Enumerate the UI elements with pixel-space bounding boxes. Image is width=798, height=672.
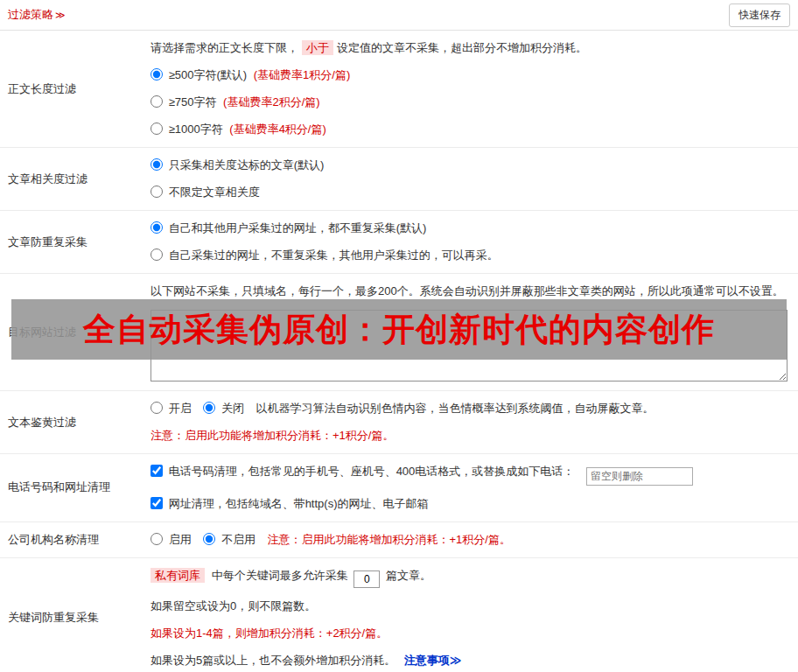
relevance-radio-any[interactable]	[150, 186, 163, 198]
notice-link[interactable]: 注意事项≫	[404, 654, 462, 667]
phone-url-clean-label: 电话号码和网址清理	[0, 454, 150, 522]
length-radio-500[interactable]	[150, 68, 163, 80]
length-option-750-note: (基础费率2积分/篇)	[223, 95, 320, 108]
length-filter-intro: 请选择需求的正文长度下限，小于设定值的文章不采集，超出部分不增加积分消耗。	[150, 39, 788, 57]
target-site-filter-label: 目标网站过滤	[0, 274, 150, 390]
keyword-limit-mid: 中每个关键词最多允许采集	[212, 569, 348, 582]
company-clean-note: 注意：启用此功能将增加积分消耗：+1积分/篇。	[268, 533, 511, 546]
row-target-site-filter: 目标网站过滤 以下网站不采集，只填域名，每行一个，最多200个。系统会自动识别并…	[0, 274, 798, 391]
target-site-description: 以下网站不采集，只填域名，每行一个，最多200个。系统会自动识别并屏蔽那些非文章…	[150, 283, 788, 300]
company-option-off-label: 不启用	[221, 533, 256, 546]
keyword-note-five-text: 如果设为5篇或以上，也不会额外增加积分消耗。	[150, 654, 396, 667]
dedup-option-global[interactable]: 自己和其他用户采集过的网址，都不重复采集(默认)	[150, 220, 788, 237]
company-radio-off[interactable]	[203, 533, 215, 545]
row-dedup-filter: 文章防重复采集 自己和其他用户采集过的网址，都不重复采集(默认) 自己采集过的网…	[0, 211, 798, 274]
filter-strategy-page: 过滤策略≫ 快速保存 正文长度过滤 请选择需求的正文长度下限，小于设定值的文章不…	[0, 0, 798, 672]
url-clean-line: 网址清理，包括纯域名、带http(s)的网址、电子邮箱	[150, 495, 788, 513]
porn-filter-label: 文本鉴黄过滤	[0, 391, 150, 453]
row-company-clean: 公司机构名称清理 启用 不启用 注意：启用此功能将增加积分消耗：+1积分/篇。	[0, 522, 798, 558]
url-clean-text: 网址清理，包括纯域名、带http(s)的网址、电子邮箱	[169, 497, 429, 510]
length-intro-post: 设定值的文章不采集，超出部分不增加积分消耗。	[337, 41, 587, 54]
chevron-down-icon: ≫	[55, 10, 66, 20]
company-option-off[interactable]: 不启用	[203, 533, 258, 546]
quick-save-button[interactable]: 快速保存	[729, 4, 790, 27]
top-bar: 过滤策略≫ 快速保存	[0, 0, 798, 31]
keyword-note-zero: 如果留空或设为0，则不限篇数。	[150, 598, 788, 615]
private-lexicon-highlight: 私有词库	[150, 568, 205, 583]
url-clean-option[interactable]: 网址清理，包括纯域名、带http(s)的网址、电子邮箱	[150, 497, 428, 510]
relevance-option-strict[interactable]: 只采集相关度达标的文章(默认)	[150, 157, 788, 174]
url-clean-checkbox[interactable]	[150, 497, 163, 509]
company-radio-on[interactable]	[150, 533, 163, 545]
replacement-phone-input[interactable]	[586, 467, 693, 486]
relevance-option-strict-label: 只采集相关度达标的文章(默认)	[169, 158, 325, 172]
length-option-500[interactable]: ≥500字符(默认) (基础费率1积分/篇)	[150, 66, 788, 84]
row-phone-url-clean: 电话号码和网址清理 电话号码清理，包括常见的手机号、座机号、400电话格式，或替…	[0, 454, 798, 522]
relevance-option-any-label: 不限定文章相关度	[169, 186, 260, 199]
company-option-on-label: 启用	[169, 533, 192, 546]
company-clean-options: 启用 不启用 注意：启用此功能将增加积分消耗：+1积分/篇。	[150, 531, 788, 549]
relevance-option-any[interactable]: 不限定文章相关度	[150, 184, 788, 201]
porn-option-on[interactable]: 开启	[150, 402, 194, 415]
company-option-on[interactable]: 启用	[150, 533, 194, 546]
row-relevance-filter: 文章相关度过滤 只采集相关度达标的文章(默认) 不限定文章相关度	[0, 148, 798, 211]
porn-filter-note: 注意：启用此功能将增加积分消耗：+1积分/篇。	[150, 427, 788, 444]
length-option-1000[interactable]: ≥1000字符 (基础费率4积分/篇)	[150, 121, 788, 138]
dedup-option-global-label: 自己和其他用户采集过的网址，都不重复采集(默认)	[169, 221, 427, 234]
dedup-filter-label: 文章防重复采集	[0, 211, 150, 273]
page-title-text: 过滤策略	[8, 8, 53, 21]
phone-clean-checkbox[interactable]	[150, 465, 163, 477]
keyword-note-cost: 如果设为1-4篇，则增加积分消耗：+2积分/篇。	[150, 625, 788, 642]
porn-option-on-label: 开启	[169, 402, 192, 415]
row-porn-filter: 文本鉴黄过滤 开启 关闭 以机器学习算法自动识别色情内容，当色情概率达到系统阈值…	[0, 391, 798, 454]
page-title[interactable]: 过滤策略≫	[8, 7, 66, 23]
row-keyword-dedup: 关键词防重复采集 私有词库 中每个关键词最多允许采集 篇文章。 如果留空或设为0…	[0, 558, 798, 672]
dedup-radio-global[interactable]	[150, 221, 163, 234]
length-radio-750[interactable]	[150, 95, 163, 108]
length-option-1000-note: (基础费率4积分/篇)	[229, 122, 326, 136]
porn-radio-on[interactable]	[150, 402, 163, 414]
row-length-filter: 正文长度过滤 请选择需求的正文长度下限，小于设定值的文章不采集，超出部分不增加积…	[0, 31, 798, 148]
length-filter-label: 正文长度过滤	[0, 31, 150, 147]
blocked-sites-textarea[interactable]	[150, 310, 788, 382]
keyword-limit-post: 篇文章。	[386, 569, 431, 582]
length-radio-1000[interactable]	[150, 122, 163, 135]
keyword-note-five: 如果设为5篇或以上，也不会额外增加积分消耗。 注意事项≫	[150, 652, 788, 669]
phone-clean-line: 电话号码清理，包括常见的手机号、座机号、400电话格式，或替换成如下电话：	[150, 463, 788, 486]
dedup-option-self-label: 自己采集过的网址，不重复采集，其他用户采集过的，可以再采。	[169, 248, 499, 262]
phone-clean-text: 电话号码清理，包括常见的手机号、座机号、400电话格式，或替换成如下电话：	[169, 465, 575, 478]
relevance-radio-strict[interactable]	[150, 158, 163, 171]
length-intro-highlight: 小于	[302, 40, 333, 55]
keyword-count-input[interactable]	[354, 570, 380, 588]
length-option-750-label: ≥750字符	[169, 95, 217, 108]
length-option-500-label: ≥500字符(默认)	[169, 68, 247, 81]
length-option-500-note: (基础费率1积分/篇)	[254, 68, 351, 81]
length-intro-pre: 请选择需求的正文长度下限，	[150, 41, 298, 54]
keyword-limit-line: 私有词库 中每个关键词最多允许采集 篇文章。	[150, 567, 788, 588]
length-option-750[interactable]: ≥750字符 (基础费率2积分/篇)	[150, 94, 788, 111]
porn-filter-description: 以机器学习算法自动识别色情内容，当色情概率达到系统阈值，自动屏蔽文章。	[256, 402, 654, 415]
length-option-1000-label: ≥1000字符	[169, 122, 223, 136]
company-clean-label: 公司机构名称清理	[0, 522, 150, 557]
porn-radio-off[interactable]	[203, 402, 215, 414]
porn-filter-options: 开启 关闭 以机器学习算法自动识别色情内容，当色情概率达到系统阈值，自动屏蔽文章…	[150, 400, 788, 417]
porn-option-off-label: 关闭	[221, 402, 244, 415]
porn-option-off[interactable]: 关闭	[203, 402, 247, 415]
relevance-filter-label: 文章相关度过滤	[0, 148, 150, 210]
dedup-radio-self[interactable]	[150, 248, 163, 261]
keyword-dedup-label: 关键词防重复采集	[0, 558, 150, 672]
phone-clean-option[interactable]: 电话号码清理，包括常见的手机号、座机号、400电话格式，或替换成如下电话：	[150, 465, 578, 478]
dedup-option-self[interactable]: 自己采集过的网址，不重复采集，其他用户采集过的，可以再采。	[150, 247, 788, 264]
